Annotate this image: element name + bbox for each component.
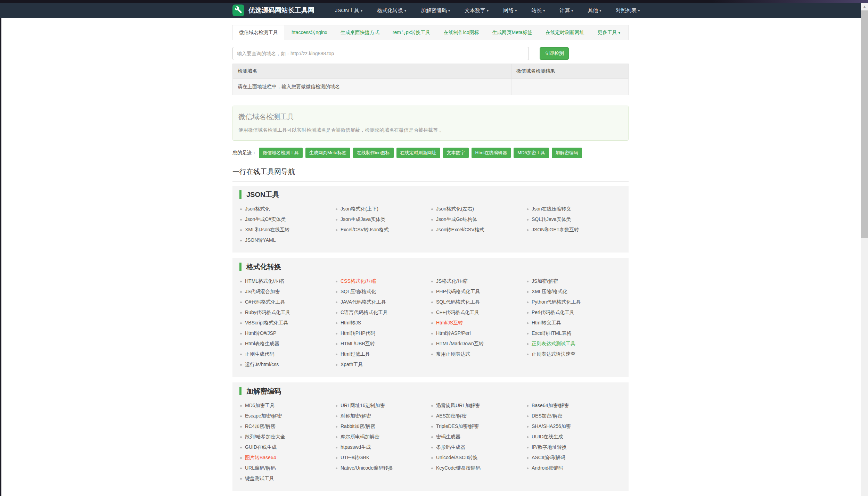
tool-link[interactable]: Escape加密/解密	[245, 413, 282, 419]
tool-link[interactable]: 正则表达式测试工具	[532, 341, 575, 347]
tool-link[interactable]: UTF-8转GBK	[341, 455, 369, 461]
nav-menu-item[interactable]: 文本数字▾	[457, 7, 496, 14]
site-title[interactable]: 优选源码网站长工具网	[248, 6, 314, 15]
tool-link[interactable]: GUID在线生成	[245, 444, 277, 450]
tool-link[interactable]: JSON转YAML	[245, 237, 276, 243]
tool-link[interactable]: Json在线压缩转义	[532, 206, 571, 212]
tab-item[interactable]: 在线制作ico图标	[437, 25, 486, 40]
tool-link[interactable]: Html过滤工具	[341, 351, 370, 357]
tool-link[interactable]: 常用正则表达式	[436, 351, 470, 357]
tool-link[interactable]: Json格式化(左右)	[436, 206, 474, 212]
tool-link[interactable]: IP/数字地址转换	[532, 444, 567, 450]
tool-link[interactable]: Html转C#/JSP	[245, 330, 276, 337]
tool-link[interactable]: 正则生成代码	[245, 351, 274, 357]
nav-menu-item[interactable]: 其他▾	[580, 7, 608, 14]
tool-link[interactable]: Html表格生成器	[245, 341, 279, 347]
tool-link[interactable]: 键盘测试工具	[245, 476, 274, 482]
tool-link[interactable]: Html转ASP/Perl	[436, 330, 471, 337]
tool-link[interactable]: SQL转Java实体类	[532, 216, 571, 223]
tool-link[interactable]: Json生成C#实体类	[245, 216, 286, 223]
tool-link[interactable]: Python代码格式化工具	[532, 299, 581, 305]
tool-link[interactable]: 条形码生成器	[436, 444, 465, 450]
tool-link[interactable]: 密码生成器	[436, 434, 460, 440]
tool-link[interactable]: JS格式化/压缩	[436, 278, 467, 284]
tool-link[interactable]: JAVA代码格式化工具	[341, 299, 386, 305]
tool-link[interactable]: UUID在线生成	[532, 434, 563, 440]
tool-link[interactable]: JSON和GET参数互转	[532, 227, 579, 233]
tool-link[interactable]: JS加密/解密	[532, 278, 558, 284]
tool-link[interactable]: PHP代码格式化工具	[436, 289, 480, 295]
tool-link[interactable]: Perl代码格式化工具	[532, 309, 574, 316]
tool-link[interactable]: 摩尔斯电码加解密	[341, 434, 379, 440]
tool-link[interactable]: Native/Unicode编码转换	[341, 465, 393, 471]
tool-link[interactable]: HTML/UBB互转	[341, 341, 375, 347]
nav-menu-item[interactable]: 网络▾	[496, 7, 524, 14]
tool-link[interactable]: Json生成Java实体类	[341, 216, 385, 223]
tool-link[interactable]: URL网址16进制加密	[341, 403, 385, 409]
tool-link[interactable]: Ruby代码格式化工具	[245, 309, 290, 316]
nav-menu-item[interactable]: 计算▾	[552, 7, 580, 14]
tool-link[interactable]: 对称加密/解密	[341, 413, 371, 419]
tool-link[interactable]: VBScript格式化工具	[245, 320, 288, 326]
tool-link[interactable]: CSS格式化/压缩	[341, 278, 376, 284]
nav-menu-item[interactable]: 加解密编码▾	[413, 7, 457, 14]
tool-link[interactable]: SQL压缩/格式化	[341, 289, 376, 295]
tool-link[interactable]: SQL代码格式化工具	[436, 299, 480, 305]
tool-link[interactable]: SHA/SHA256加密	[532, 423, 571, 430]
footprint-badge[interactable]: 文本数字	[443, 148, 469, 158]
footprint-badge[interactable]: 微信域名检测工具	[259, 148, 303, 158]
tool-link[interactable]: 散列/哈希加密大全	[245, 434, 285, 440]
scrollbar-thumb[interactable]	[861, 10, 868, 238]
tool-link[interactable]: HTML/MarkDown互转	[436, 341, 484, 347]
tool-link[interactable]: TripleDES加密/解密	[436, 423, 479, 430]
tool-link[interactable]: RC4加密/解密	[245, 423, 276, 430]
tool-link[interactable]: C#代码格式化工具	[245, 299, 285, 305]
tool-link[interactable]: 迅雷旋风URL加解密	[436, 403, 480, 409]
check-now-button[interactable]: 立即检测	[540, 47, 569, 60]
tool-link[interactable]: URL编码/解码	[245, 465, 276, 471]
tool-link[interactable]: Json格式化	[245, 206, 270, 212]
footprint-badge[interactable]: 加解密编码	[552, 148, 582, 158]
tab-item[interactable]: 微信域名检测工具	[232, 25, 285, 40]
footprint-badge[interactable]: 生成网页Meta标签	[305, 148, 350, 158]
tool-link[interactable]: C语言代码格式化工具	[341, 309, 388, 316]
scrollbar-up-arrow[interactable]: ▲	[861, 3, 868, 10]
tool-link[interactable]: Json格式化(上下)	[341, 206, 378, 212]
tool-link[interactable]: AES加密/解密	[436, 413, 467, 419]
tab-item[interactable]: 在线定时刷新网址	[539, 25, 591, 40]
footprint-badge[interactable]: 在线制作ico图标	[353, 148, 394, 158]
tool-link[interactable]: HTML格式化/压缩	[245, 278, 284, 284]
tool-link[interactable]: Android按键码	[532, 465, 563, 471]
nav-menu-item[interactable]: 对照列表▾	[608, 7, 647, 14]
tool-link[interactable]: Excel/CSV转Json格式	[341, 227, 388, 233]
tool-link[interactable]: Html转PHP代码	[341, 330, 375, 337]
tool-link[interactable]: Html转义工具	[532, 320, 561, 326]
tool-link[interactable]: XML和Json在线互转	[245, 227, 289, 233]
scrollbar[interactable]: ▲	[861, 3, 868, 496]
tool-link[interactable]: Excel转HTML表格	[532, 330, 571, 337]
nav-menu-item[interactable]: 站长▾	[524, 7, 552, 14]
footprint-badge[interactable]: MD5加密工具	[514, 148, 549, 158]
tool-link[interactable]: 运行Js/html/css	[245, 362, 279, 368]
domain-input[interactable]	[232, 47, 529, 60]
nav-menu-item[interactable]: JSON工具▾	[328, 7, 370, 14]
tab-item[interactable]: htaccess转nginx	[285, 25, 334, 40]
tab-item[interactable]: 生成桌面快捷方式	[334, 25, 386, 40]
tool-link[interactable]: MD5加密工具	[245, 403, 275, 409]
tab-item[interactable]: 更多工具▾	[591, 25, 627, 40]
tool-link[interactable]: Json生成Go结构体	[436, 216, 477, 223]
tool-link[interactable]: C++代码格式化工具	[436, 309, 479, 316]
tool-link[interactable]: 图片转Base64	[245, 455, 276, 461]
tool-link[interactable]: Unicode/ASCII转换	[436, 455, 478, 461]
footprint-badge[interactable]: Html在线编辑器	[472, 148, 511, 158]
site-logo[interactable]	[232, 5, 244, 16]
tool-link[interactable]: Html/JS互转	[436, 320, 463, 326]
tool-link[interactable]: htpasswd生成	[341, 444, 371, 450]
tool-link[interactable]: Json转Excel/CSV格式	[436, 227, 484, 233]
tool-link[interactable]: Html转JS	[341, 320, 361, 326]
tab-item[interactable]: 生成网页Meta标签	[486, 25, 539, 40]
tool-link[interactable]: Xpath工具	[341, 362, 363, 368]
tool-link[interactable]: Base64加密/解密	[532, 403, 569, 409]
tool-link[interactable]: ASCII编码/解码	[532, 455, 565, 461]
footprint-badge[interactable]: 在线定时刷新网址	[396, 148, 440, 158]
